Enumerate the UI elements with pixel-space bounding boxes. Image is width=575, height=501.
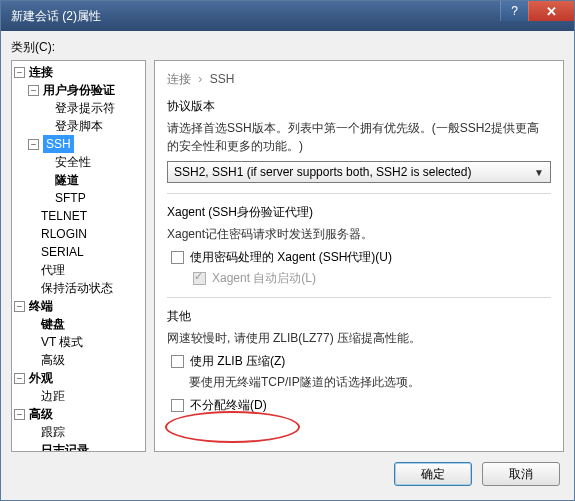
checkbox-label: Xagent 自动启动(L) [212,270,316,287]
no-terminal-hint: 要使用无终端TCP/IP隧道的话选择此选项。 [189,374,551,391]
tree-item-advanced-term[interactable]: 高级 [28,351,145,369]
category-label: 类别(C): [11,39,564,56]
cancel-button[interactable]: 取消 [482,462,560,486]
tree-item-keyboard[interactable]: 键盘 [28,315,145,333]
titlebar[interactable]: 新建会话 (2)属性 ? ✕ [1,1,574,31]
tree-item-advanced[interactable]: −高级 [14,405,145,423]
tree-item-vtmode[interactable]: VT 模式 [28,333,145,351]
collapse-icon[interactable]: − [14,409,25,420]
checkbox-label: 使用 ZLIB 压缩(Z) [190,353,285,370]
category-tree[interactable]: −连接 −用户身份验证 登录提示符 登录脚本 −SSH [11,60,146,452]
tree-item-logging[interactable]: 日志记录 [28,441,145,452]
checkbox-icon[interactable] [171,355,184,368]
tree-item-security[interactable]: 安全性 [42,153,145,171]
zlib-checkbox-row[interactable]: 使用 ZLIB 压缩(Z) [167,353,551,370]
tree-item-telnet[interactable]: TELNET [28,207,145,225]
tree-item-serial[interactable]: SERIAL [28,243,145,261]
tree-item-keepalive[interactable]: 保持活动状态 [28,279,145,297]
tree-item-connection[interactable]: −连接 [14,63,145,81]
checkbox-icon[interactable] [171,251,184,264]
no-terminal-checkbox-row[interactable]: 不分配终端(D) [167,397,551,414]
protocol-desc: 请选择首选SSH版本。列表中第一个拥有优先级。(一般SSH2提供更高的安全性和更… [167,119,551,155]
tree-item-rlogin[interactable]: RLOGIN [28,225,145,243]
other-desc: 网速较慢时, 请使用 ZLIB(LZ77) 压缩提高性能。 [167,329,551,347]
dialog-footer: 确定 取消 [11,452,564,490]
protocol-dropdown[interactable]: SSH2, SSH1 (if server supports both, SSH… [167,161,551,183]
window-title: 新建会话 (2)属性 [11,8,500,25]
tree-item-login-prompt[interactable]: 登录提示符 [42,99,145,117]
window-buttons: ? ✕ [500,1,574,31]
xagent-heading: Xagent (SSH身份验证代理) [167,204,551,221]
checkbox-label: 不分配终端(D) [190,397,267,414]
tree-item-auth[interactable]: −用户身份验证 [28,81,145,99]
tree-item-terminal[interactable]: −终端 [14,297,145,315]
xagent-desc: Xagent记住密码请求时发送到服务器。 [167,225,551,243]
checkbox-icon[interactable] [171,399,184,412]
tree-item-proxy[interactable]: 代理 [28,261,145,279]
tree-item-trace[interactable]: 跟踪 [28,423,145,441]
xagent-use-checkbox-row[interactable]: 使用密码处理的 Xagent (SSH代理)(U) [167,249,551,266]
ok-button[interactable]: 确定 [394,462,472,486]
client-area: 类别(C): −连接 −用户身份验证 登录提示符 登录脚本 [1,31,574,500]
settings-panel: 连接 › SSH 协议版本 请选择首选SSH版本。列表中第一个拥有优先级。(一般… [154,60,564,452]
collapse-icon[interactable]: − [28,139,39,150]
close-button[interactable]: ✕ [528,1,574,21]
collapse-icon[interactable]: − [14,301,25,312]
help-button[interactable]: ? [500,1,528,21]
checkbox-label: 使用密码处理的 Xagent (SSH代理)(U) [190,249,392,266]
chevron-down-icon: ▼ [534,167,544,178]
tree-item-ssh[interactable]: −SSH [28,135,145,153]
breadcrumb-root[interactable]: 连接 [167,72,191,86]
other-heading: 其他 [167,308,551,325]
tree-item-margin[interactable]: 边距 [28,387,145,405]
protocol-heading: 协议版本 [167,98,551,115]
tree-item-tunnel[interactable]: 隧道 [42,171,145,189]
xagent-autostart-checkbox-row: Xagent 自动启动(L) [189,270,551,287]
collapse-icon[interactable]: − [28,85,39,96]
tree-item-login-script[interactable]: 登录脚本 [42,117,145,135]
divider [167,297,551,298]
tree-item-appearance[interactable]: −外观 [14,369,145,387]
chevron-right-icon: › [198,72,202,86]
dialog-window: 新建会话 (2)属性 ? ✕ 类别(C): −连接 −用户身份验证 [0,0,575,501]
breadcrumb-current: SSH [210,72,235,86]
collapse-icon[interactable]: − [14,67,25,78]
breadcrumb: 连接 › SSH [167,71,551,88]
checkbox-icon [193,272,206,285]
collapse-icon[interactable]: − [14,373,25,384]
divider [167,193,551,194]
tree-item-sftp[interactable]: SFTP [42,189,145,207]
body: −连接 −用户身份验证 登录提示符 登录脚本 −SSH [11,60,564,452]
dropdown-value: SSH2, SSH1 (if server supports both, SSH… [174,165,471,179]
